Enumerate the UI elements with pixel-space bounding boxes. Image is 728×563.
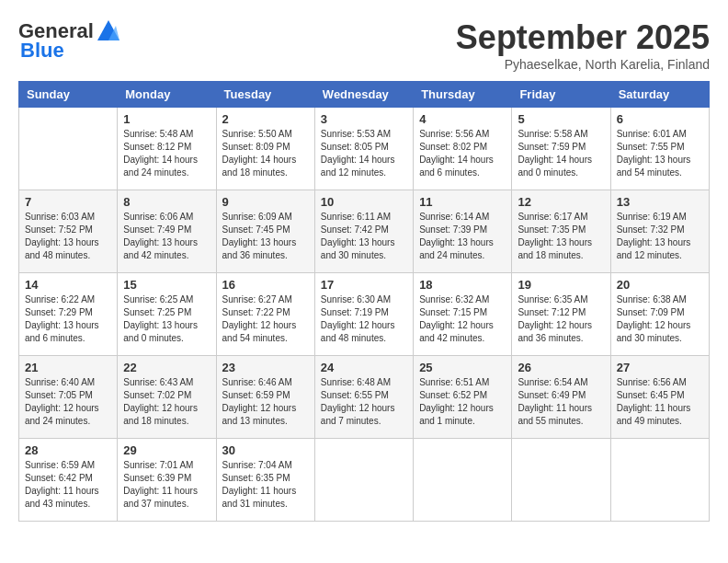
day-info: Sunrise: 6:17 AM Sunset: 7:35 PM Dayligh… (518, 211, 604, 262)
page-header: General Blue September 2025 Pyhaeselkae,… (18, 18, 710, 72)
location-subtitle: Pyhaeselkae, North Karelia, Finland (456, 57, 710, 72)
calendar-cell-w3d6: 27Sunrise: 6:56 AM Sunset: 6:45 PM Dayli… (610, 356, 709, 439)
day-number: 18 (419, 278, 506, 292)
day-info: Sunrise: 6:59 AM Sunset: 6:42 PM Dayligh… (25, 459, 111, 511)
day-number: 22 (123, 361, 210, 374)
day-number: 8 (123, 195, 210, 209)
calendar-cell-w1d3: 10Sunrise: 6:11 AM Sunset: 7:42 PM Dayli… (314, 190, 413, 273)
calendar-cell-w1d1: 8Sunrise: 6:06 AM Sunset: 7:49 PM Daylig… (118, 190, 216, 273)
calendar-cell-w4d0: 28Sunrise: 6:59 AM Sunset: 6:42 PM Dayli… (19, 439, 118, 522)
day-info: Sunrise: 5:58 AM Sunset: 7:59 PM Dayligh… (518, 128, 604, 179)
calendar-cell-w4d2: 30Sunrise: 7:04 AM Sunset: 6:35 PM Dayli… (216, 439, 314, 522)
day-info: Sunrise: 6:03 AM Sunset: 7:52 PM Dayligh… (25, 211, 111, 262)
calendar-cell-w2d2: 16Sunrise: 6:27 AM Sunset: 7:22 PM Dayli… (216, 273, 314, 356)
calendar-cell-w2d1: 15Sunrise: 6:25 AM Sunset: 7:25 PM Dayli… (118, 273, 216, 356)
calendar-cell-w2d5: 19Sunrise: 6:35 AM Sunset: 7:12 PM Dayli… (512, 273, 610, 356)
day-info: Sunrise: 6:06 AM Sunset: 7:49 PM Dayligh… (123, 211, 210, 262)
day-number: 13 (617, 195, 703, 209)
calendar-cell-w3d3: 24Sunrise: 6:48 AM Sunset: 6:55 PM Dayli… (314, 356, 413, 439)
day-info: Sunrise: 6:09 AM Sunset: 7:45 PM Dayligh… (222, 211, 309, 262)
day-info: Sunrise: 6:46 AM Sunset: 6:59 PM Dayligh… (222, 376, 309, 428)
day-info: Sunrise: 6:48 AM Sunset: 6:55 PM Dayligh… (321, 376, 407, 428)
calendar-cell-w0d3: 3Sunrise: 5:53 AM Sunset: 8:05 PM Daylig… (314, 108, 413, 190)
day-number: 11 (419, 195, 506, 209)
day-number: 30 (222, 443, 309, 457)
day-info: Sunrise: 6:01 AM Sunset: 7:55 PM Dayligh… (617, 128, 703, 179)
day-info: Sunrise: 5:48 AM Sunset: 8:12 PM Dayligh… (123, 128, 210, 179)
day-number: 27 (617, 361, 703, 374)
calendar-cell-w0d0 (19, 108, 118, 190)
calendar-cell-w3d0: 21Sunrise: 6:40 AM Sunset: 7:05 PM Dayli… (19, 356, 118, 439)
calendar-cell-w1d5: 12Sunrise: 6:17 AM Sunset: 7:35 PM Dayli… (512, 190, 610, 273)
day-number: 2 (222, 112, 309, 126)
calendar-cell-w0d2: 2Sunrise: 5:50 AM Sunset: 8:09 PM Daylig… (216, 108, 314, 190)
day-info: Sunrise: 6:40 AM Sunset: 7:05 PM Dayligh… (25, 376, 111, 428)
calendar-cell-w3d4: 25Sunrise: 6:51 AM Sunset: 6:52 PM Dayli… (414, 356, 512, 439)
logo: General Blue (18, 18, 121, 63)
column-header-friday: Friday (512, 82, 610, 108)
calendar-cell-w1d0: 7Sunrise: 6:03 AM Sunset: 7:52 PM Daylig… (19, 190, 118, 273)
day-number: 9 (222, 195, 309, 209)
day-info: Sunrise: 6:22 AM Sunset: 7:29 PM Dayligh… (25, 293, 111, 345)
calendar-cell-w4d5 (512, 439, 610, 522)
day-info: Sunrise: 6:51 AM Sunset: 6:52 PM Dayligh… (419, 376, 506, 428)
calendar-cell-w3d1: 22Sunrise: 6:43 AM Sunset: 7:02 PM Dayli… (118, 356, 216, 439)
day-info: Sunrise: 6:43 AM Sunset: 7:02 PM Dayligh… (123, 376, 210, 428)
day-number: 21 (25, 361, 111, 374)
calendar-table: SundayMondayTuesdayWednesdayThursdayFrid… (18, 81, 710, 522)
day-info: Sunrise: 6:54 AM Sunset: 6:49 PM Dayligh… (518, 376, 604, 428)
day-info: Sunrise: 6:38 AM Sunset: 7:09 PM Dayligh… (617, 293, 703, 345)
day-info: Sunrise: 7:04 AM Sunset: 6:35 PM Dayligh… (222, 459, 309, 511)
day-number: 16 (222, 278, 309, 292)
day-info: Sunrise: 6:30 AM Sunset: 7:19 PM Dayligh… (321, 293, 407, 345)
day-number: 12 (518, 195, 604, 209)
calendar-cell-w2d6: 20Sunrise: 6:38 AM Sunset: 7:09 PM Dayli… (610, 273, 709, 356)
title-section: September 2025 Pyhaeselkae, North Kareli… (456, 18, 710, 72)
logo-blue-text: Blue (20, 39, 64, 63)
calendar-cell-w2d3: 17Sunrise: 6:30 AM Sunset: 7:19 PM Dayli… (314, 273, 413, 356)
day-info: Sunrise: 5:50 AM Sunset: 8:09 PM Dayligh… (222, 128, 309, 179)
day-info: Sunrise: 6:11 AM Sunset: 7:42 PM Dayligh… (321, 211, 407, 262)
day-number: 7 (25, 195, 111, 209)
day-number: 10 (321, 195, 407, 209)
calendar-cell-w1d4: 11Sunrise: 6:14 AM Sunset: 7:39 PM Dayli… (414, 190, 512, 273)
calendar-cell-w1d2: 9Sunrise: 6:09 AM Sunset: 7:45 PM Daylig… (216, 190, 314, 273)
column-header-monday: Monday (118, 82, 216, 108)
column-header-wednesday: Wednesday (314, 82, 413, 108)
day-info: Sunrise: 6:25 AM Sunset: 7:25 PM Dayligh… (123, 293, 210, 345)
day-number: 24 (321, 361, 407, 374)
calendar-cell-w0d5: 5Sunrise: 5:58 AM Sunset: 7:59 PM Daylig… (512, 108, 610, 190)
day-number: 6 (617, 112, 703, 126)
day-number: 26 (518, 361, 604, 374)
day-number: 15 (123, 278, 210, 292)
column-header-saturday: Saturday (610, 82, 709, 108)
day-info: Sunrise: 6:35 AM Sunset: 7:12 PM Dayligh… (518, 293, 604, 345)
calendar-cell-w3d2: 23Sunrise: 6:46 AM Sunset: 6:59 PM Dayli… (216, 356, 314, 439)
day-number: 5 (518, 112, 604, 126)
calendar-cell-w4d6 (610, 439, 709, 522)
day-info: Sunrise: 6:56 AM Sunset: 6:45 PM Dayligh… (617, 376, 703, 428)
calendar-cell-w4d4 (414, 439, 512, 522)
calendar-cell-w0d4: 4Sunrise: 5:56 AM Sunset: 8:02 PM Daylig… (414, 108, 512, 190)
month-title: September 2025 (456, 18, 710, 57)
day-number: 17 (321, 278, 407, 292)
calendar-cell-w1d6: 13Sunrise: 6:19 AM Sunset: 7:32 PM Dayli… (610, 190, 709, 273)
day-number: 14 (25, 278, 111, 292)
day-number: 20 (617, 278, 703, 292)
day-info: Sunrise: 6:32 AM Sunset: 7:15 PM Dayligh… (419, 293, 506, 345)
column-header-tuesday: Tuesday (216, 82, 314, 108)
calendar-cell-w0d1: 1Sunrise: 5:48 AM Sunset: 8:12 PM Daylig… (118, 108, 216, 190)
day-number: 23 (222, 361, 309, 374)
day-info: Sunrise: 6:27 AM Sunset: 7:22 PM Dayligh… (222, 293, 309, 345)
calendar-cell-w3d5: 26Sunrise: 6:54 AM Sunset: 6:49 PM Dayli… (512, 356, 610, 439)
day-number: 4 (419, 112, 506, 126)
column-header-sunday: Sunday (19, 82, 118, 108)
day-number: 19 (518, 278, 604, 292)
day-number: 29 (123, 443, 210, 457)
calendar-cell-w2d0: 14Sunrise: 6:22 AM Sunset: 7:29 PM Dayli… (19, 273, 118, 356)
calendar-cell-w4d3 (314, 439, 413, 522)
logo-icon (96, 18, 121, 44)
day-number: 1 (123, 112, 210, 126)
day-number: 25 (419, 361, 506, 374)
calendar-cell-w0d6: 6Sunrise: 6:01 AM Sunset: 7:55 PM Daylig… (610, 108, 709, 190)
